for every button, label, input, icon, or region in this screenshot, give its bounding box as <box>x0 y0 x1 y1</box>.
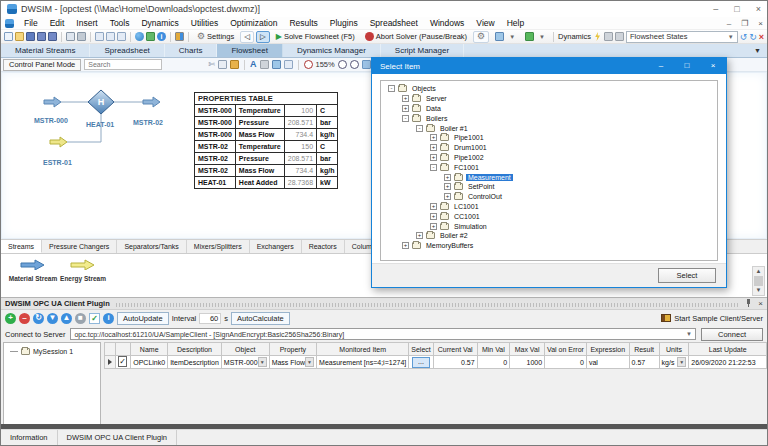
save-icon[interactable] <box>26 32 35 41</box>
cell-object[interactable]: MSTR-000▼ <box>221 356 269 369</box>
state-forward-icon[interactable]: ↻ <box>749 32 757 41</box>
zoom-selected-icon[interactable] <box>362 60 371 69</box>
session-tree-item[interactable]: MySession 1 <box>4 343 100 355</box>
cell-name[interactable]: OPCLink0 <box>131 356 168 369</box>
apps-icon[interactable] <box>175 32 184 41</box>
settings-button[interactable]: ⚙ Settings <box>193 31 238 43</box>
layout-left-icon[interactable] <box>95 32 104 41</box>
cell-result[interactable]: 0.57 <box>629 356 659 369</box>
select-button[interactable]: Select <box>658 268 716 283</box>
dialog-title-bar[interactable]: Select Item – □ × <box>372 58 726 74</box>
tab-overflow-icon[interactable]: ▼ <box>748 44 767 57</box>
help-info-button[interactable]: i <box>103 313 114 324</box>
tab-dynamics-manager[interactable]: Dynamics Manager <box>283 44 381 57</box>
flowsheet-states-combo[interactable]: Flowsheet States ▼ <box>626 31 738 43</box>
tree-node-drum1001[interactable]: +Drum1001 <box>386 143 717 153</box>
menu-view[interactable]: View <box>470 18 500 28</box>
start-sample-client-server-button[interactable]: Start Sample Client/Server <box>661 314 763 323</box>
dynamics-bolt-icon[interactable] <box>593 32 602 41</box>
results-icon[interactable] <box>146 32 155 41</box>
zoom-in-icon[interactable] <box>338 60 347 69</box>
cell-description[interactable]: ItemDescription <box>168 356 222 369</box>
tree-node-server[interactable]: +Server <box>386 94 717 104</box>
read-values-button[interactable]: ▼ <box>47 313 58 324</box>
palette-tab-reactors[interactable]: Reactors <box>302 240 345 253</box>
stream-label-estr-01[interactable]: ESTR-01 <box>43 159 72 166</box>
copy-icon[interactable] <box>218 60 227 69</box>
panel-drag-handle[interactable] <box>116 303 740 307</box>
palette-tab-exchangers[interactable]: Exchangers <box>250 240 302 253</box>
tab-spreadsheet[interactable]: Spreadsheet <box>90 44 164 57</box>
tree-node-simulation[interactable]: +Simulation <box>386 221 717 231</box>
paste-icon[interactable] <box>230 60 239 69</box>
tree-node-boilers[interactable]: -Boilers <box>386 113 717 123</box>
palette-tab-mixers[interactable]: Mixers/Splitters <box>187 240 250 253</box>
chevron-down-icon[interactable]: ▼ <box>677 357 686 367</box>
write-values-button[interactable]: ▲ <box>61 313 72 324</box>
font-icon[interactable]: A <box>250 60 257 69</box>
abort-solver-button[interactable]: Abort Solver (Pause/Break) <box>361 31 471 43</box>
state-delete-icon[interactable]: × <box>759 32 764 41</box>
solver-next-button[interactable]: ▷ <box>256 31 270 43</box>
menu-optimization[interactable]: Optimization <box>224 18 283 28</box>
cell-expression[interactable]: val <box>586 356 629 369</box>
cell-val-on-error[interactable]: 0 <box>545 356 587 369</box>
menu-spreadsheet[interactable]: Spreadsheet <box>364 18 424 28</box>
save-all-icon[interactable] <box>48 32 57 41</box>
tree-node-boiler-2[interactable]: +Boiler #2 <box>386 231 717 241</box>
menu-help[interactable]: Help <box>501 18 530 28</box>
menu-windows[interactable]: Windows <box>424 18 470 28</box>
dialog-close-icon[interactable]: × <box>700 58 726 74</box>
cell-max-val[interactable]: 1000 <box>510 356 545 369</box>
menu-results[interactable]: Results <box>283 18 323 28</box>
align-icon[interactable] <box>260 60 269 69</box>
autocalculate-toggle[interactable]: AutoCalculate <box>231 312 290 325</box>
tab-charts[interactable]: Charts <box>165 44 218 57</box>
zoom-fit-icon[interactable] <box>350 60 359 69</box>
solver-prev-button[interactable]: ◁ <box>240 31 254 43</box>
refresh-button[interactable]: ↻ <box>33 313 44 324</box>
palette-item-material-stream[interactable]: Material Stream <box>7 259 59 282</box>
control-panel-mode-button[interactable]: Control Panel Mode <box>3 59 81 71</box>
preview-icon[interactable] <box>66 32 75 41</box>
tab-script-manager[interactable]: Script Manager <box>381 44 464 57</box>
cell-property[interactable]: Mass Flow▼ <box>269 356 316 369</box>
cell-current-val[interactable]: 0.57 <box>433 356 477 369</box>
cell-select[interactable]: ... <box>409 356 433 369</box>
save-as-icon[interactable] <box>37 32 46 41</box>
pin-icon[interactable] <box>745 299 752 307</box>
menu-dynamics[interactable]: Dynamics <box>135 18 184 28</box>
stream-label-mstr-000[interactable]: MSTR-000 <box>34 117 68 124</box>
vertical-scrollbar[interactable]: ▲ ▼ <box>752 266 765 296</box>
tree-node-fc1001[interactable]: -FC1001 <box>386 162 717 172</box>
minimize-icon[interactable]: – <box>713 4 718 14</box>
export-menu-button[interactable]: ▼ <box>521 31 549 43</box>
zoom-out-icon[interactable] <box>304 60 313 69</box>
status-tab-opc-plugin[interactable]: DWSIM OPC UA Client Plugin <box>58 430 177 445</box>
tree-node-lc1001[interactable]: +LC1001 <box>386 202 717 212</box>
menu-insert[interactable]: Insert <box>70 18 103 28</box>
cell-min-val[interactable]: 0 <box>477 356 509 369</box>
solver-config-button[interactable]: ⚙ <box>473 31 489 43</box>
mdi-minimize-icon[interactable]: – <box>727 19 731 28</box>
checkbox-checked-icon[interactable]: ✓ <box>118 356 127 367</box>
stream-label-mstr-02[interactable]: MSTR-02 <box>133 119 163 126</box>
dynamics-schedule-icon[interactable] <box>615 32 624 41</box>
image-menu-button[interactable]: ▼ <box>491 31 519 43</box>
tree-node-measurement[interactable]: +Measurement <box>386 172 717 182</box>
scrollbar-thumb[interactable] <box>754 276 763 286</box>
state-back-icon[interactable]: ↺ <box>740 32 748 41</box>
tree-node-pipe1002[interactable]: +Pipe1002 <box>386 153 717 163</box>
tree-node-controlout[interactable]: +ControlOut <box>386 192 717 202</box>
menu-plugins[interactable]: Plugins <box>324 18 364 28</box>
status-tab-information[interactable]: Information <box>1 430 58 445</box>
tree-node-data[interactable]: +Data <box>386 104 717 114</box>
row-selector[interactable] <box>105 356 116 369</box>
save-config-button[interactable]: ■ <box>75 313 86 324</box>
menu-tools[interactable]: Tools <box>104 18 136 28</box>
menu-edit[interactable]: Edit <box>44 18 71 28</box>
chevron-down-icon[interactable]: ▼ <box>305 357 314 367</box>
chevron-down-icon[interactable]: ▼ <box>258 357 267 367</box>
maximize-icon[interactable]: □ <box>734 4 739 14</box>
new-file-icon[interactable] <box>4 32 13 41</box>
